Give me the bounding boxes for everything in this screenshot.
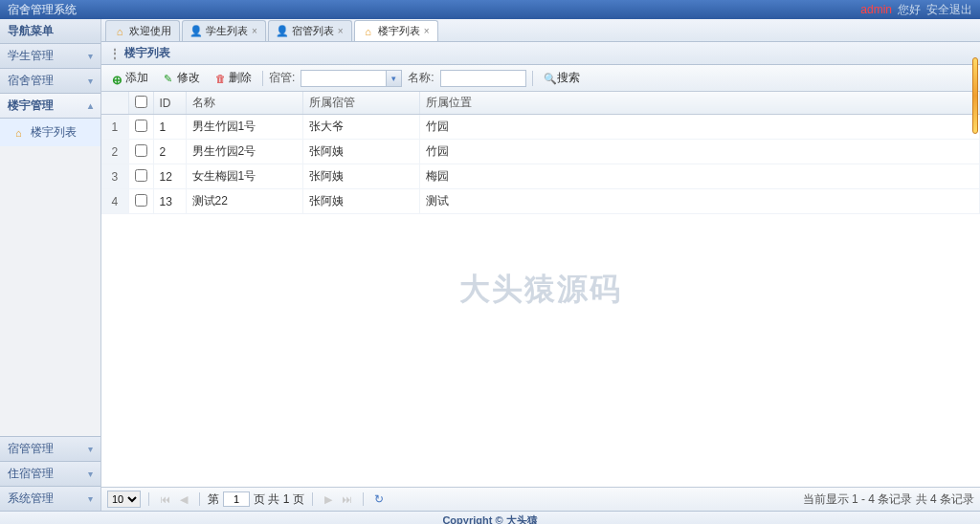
- first-page-button[interactable]: ⏮: [157, 491, 172, 507]
- row-check-cell[interactable]: [128, 189, 153, 214]
- row-check-cell[interactable]: [128, 140, 153, 164]
- pager-info: 当前显示 1 - 4 条记录 共 4 条记录: [803, 491, 974, 508]
- next-page-button[interactable]: ▶: [321, 491, 336, 507]
- btn-label: 添加: [125, 70, 148, 86]
- chevron-up-icon: ▴: [88, 100, 93, 111]
- cell-owner: 张阿姨: [302, 189, 419, 214]
- cell-location: 竹园: [419, 140, 980, 164]
- nav-item-student[interactable]: 学生管理 ▾: [0, 44, 100, 69]
- row-checkbox[interactable]: [135, 120, 147, 132]
- theme-switcher-handle[interactable]: [972, 57, 978, 134]
- nav-title: 导航菜单: [0, 19, 100, 44]
- chevron-down-icon: ▾: [88, 469, 93, 479]
- nav-item-accommodation[interactable]: 住宿管理 ▾: [0, 461, 100, 486]
- nav-item-building[interactable]: 楼宇管理 ▴: [0, 94, 100, 119]
- page-number-input[interactable]: [223, 491, 250, 507]
- tab-student-list[interactable]: 👤 学生列表 ×: [182, 20, 266, 41]
- btn-label: 搜索: [557, 70, 580, 86]
- prev-page-button[interactable]: ◀: [176, 491, 191, 507]
- app-title: 宿舍管理系统: [8, 2, 77, 18]
- main-panel: ⌂ 欢迎使用 👤 学生列表 × 👤 宿管列表 × ⌂ 楼宇列表 × ⋮ 楼宇列表: [101, 19, 980, 511]
- col-check[interactable]: [128, 92, 153, 115]
- cell-name: 男生竹园1号: [186, 115, 302, 140]
- row-check-cell[interactable]: [128, 115, 153, 140]
- close-icon[interactable]: ×: [424, 26, 430, 36]
- edit-button[interactable]: ✎ 修改: [159, 68, 205, 88]
- cell-name: 测试22: [186, 189, 302, 214]
- user-icon: 👤: [190, 26, 202, 37]
- col-location[interactable]: 所属位置: [419, 92, 980, 115]
- page-prefix: 第: [208, 491, 219, 508]
- row-number: 4: [101, 189, 128, 214]
- cell-name: 男生竹园2号: [186, 140, 302, 164]
- separator: [262, 71, 263, 86]
- nav-label: 宿舍管理: [8, 73, 54, 89]
- close-icon[interactable]: ×: [252, 26, 257, 36]
- pager: 10 ⏮ ◀ 第 页 共 1 页 ▶ ⏭ ↻ 当前显示 1 - 4 条记录 共 …: [101, 487, 980, 511]
- nav-label: 系统管理: [8, 491, 54, 507]
- watermark: 大头猿源码: [459, 269, 622, 311]
- row-checkbox[interactable]: [135, 194, 147, 207]
- tab-manager-list[interactable]: 👤 宿管列表 ×: [268, 20, 352, 41]
- nav-item-system[interactable]: 系统管理 ▾: [0, 486, 100, 511]
- admin-name: admin: [860, 3, 892, 16]
- add-button[interactable]: ⊕ 添加: [107, 68, 153, 88]
- search-button[interactable]: 🔍 搜索: [539, 68, 585, 88]
- tab-building-list[interactable]: ⌂ 楼宇列表 ×: [354, 20, 438, 41]
- table-row[interactable]: 413测试22张阿姨测试: [101, 189, 980, 214]
- col-id[interactable]: ID: [153, 92, 186, 115]
- cell-owner: 张阿姨: [302, 164, 419, 189]
- chevron-down-icon: ▾: [88, 76, 93, 86]
- data-grid: 大头猿源码 ID 名称 所属宿管 所属位置 11男生竹园1号张大爷竹园22男生竹…: [101, 92, 980, 487]
- col-name[interactable]: 名称: [186, 92, 302, 115]
- sub-label: 楼宇列表: [31, 124, 77, 141]
- building-icon: ⌂: [15, 127, 27, 139]
- nav-item-manager[interactable]: 宿管管理 ▾: [0, 436, 100, 461]
- check-all[interactable]: [135, 96, 147, 108]
- col-owner[interactable]: 所属宿管: [302, 92, 419, 115]
- footer: Copyright © 大头猿: [0, 511, 980, 524]
- sub-item-building-list[interactable]: ⌂ 楼宇列表: [0, 119, 100, 146]
- hello-text: 您好: [898, 2, 921, 18]
- cell-owner: 张阿姨: [302, 140, 419, 164]
- page-suffix: 页 共 1 页: [254, 491, 304, 508]
- separator: [312, 492, 313, 506]
- table-row[interactable]: 312女生梅园1号张阿姨梅园: [101, 164, 980, 189]
- user-icon: 👤: [277, 26, 288, 37]
- nav-item-dorm[interactable]: 宿舍管理 ▾: [0, 69, 100, 94]
- search-icon: 🔍: [544, 73, 555, 84]
- toolbar: ⊕ 添加 ✎ 修改 🗑 删除 宿管: ▾ 名称: 🔍 搜索: [101, 65, 980, 92]
- cell-id: 12: [153, 164, 186, 189]
- row-number: 1: [101, 115, 128, 140]
- building-icon: ⌂: [363, 26, 374, 37]
- chevron-down-icon: ▾: [88, 444, 93, 454]
- tab-strip: ⌂ 欢迎使用 👤 学生列表 × 👤 宿管列表 × ⌂ 楼宇列表 ×: [101, 19, 980, 42]
- chevron-down-icon: ▾: [88, 51, 93, 61]
- cell-owner: 张大爷: [302, 115, 419, 140]
- logout-link[interactable]: 安全退出: [926, 2, 972, 18]
- close-icon[interactable]: ×: [338, 26, 344, 36]
- row-checkbox[interactable]: [135, 169, 147, 182]
- chevron-down-icon[interactable]: ▾: [387, 70, 402, 87]
- pencil-icon: ✎: [164, 73, 175, 84]
- page-size-select[interactable]: 10: [107, 491, 141, 508]
- filter-name-input[interactable]: [440, 70, 526, 87]
- cell-id: 2: [153, 140, 186, 164]
- delete-button[interactable]: 🗑 删除: [211, 68, 256, 88]
- row-checkbox[interactable]: [135, 144, 147, 157]
- separator: [363, 492, 364, 506]
- filter-manager-combo[interactable]: ▾: [301, 70, 402, 87]
- panel-header: ⋮ 楼宇列表: [101, 42, 980, 65]
- tab-welcome[interactable]: ⌂ 欢迎使用: [105, 20, 180, 41]
- panel-title: 楼宇列表: [124, 45, 170, 61]
- filter-manager-input[interactable]: [301, 70, 387, 87]
- table-row[interactable]: 22男生竹园2号张阿姨竹园: [101, 140, 980, 164]
- table-row[interactable]: 11男生竹园1号张大爷竹园: [101, 115, 980, 140]
- last-page-button[interactable]: ⏭: [340, 491, 355, 507]
- sidebar: 导航菜单 学生管理 ▾ 宿舍管理 ▾ 楼宇管理 ▴ ⌂ 楼宇列表 宿管管理 ▾: [0, 19, 101, 511]
- home-icon: ⌂: [114, 26, 125, 37]
- cell-location: 竹园: [419, 115, 980, 140]
- refresh-button[interactable]: ↻: [371, 491, 387, 507]
- row-check-cell[interactable]: [128, 164, 153, 189]
- tab-label: 楼宇列表: [378, 24, 420, 38]
